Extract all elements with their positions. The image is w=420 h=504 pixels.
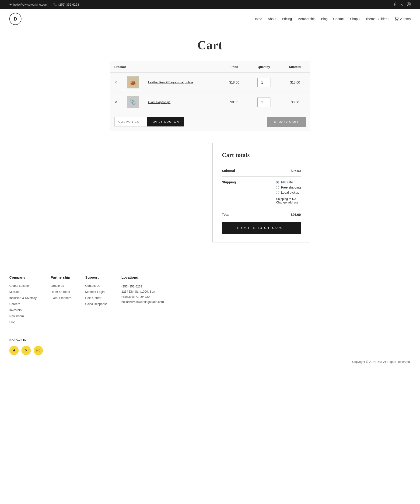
coupon-input[interactable] — [114, 117, 147, 126]
main-nav: Home About Pricing Membership Blog Conta… — [253, 17, 411, 21]
shipping-row: Shipping Flat rate Free shipping Local p… — [222, 177, 301, 208]
price-col-header: Price — [221, 61, 248, 72]
twitter-x-icon-top[interactable]: ✕ — [400, 3, 403, 6]
footer-link-newsroom[interactable]: Newsroom — [9, 314, 24, 318]
cart-actions: APPLY COUPON UPDATE CART — [110, 112, 310, 131]
shop-chevron-icon: ▾ — [359, 18, 360, 20]
subtotal-value: $26.00 — [291, 169, 301, 173]
shipping-label: Shipping — [222, 180, 236, 184]
product-name-cell-1: Leather Pencil Bag – small, white — [144, 72, 221, 92]
email-contact[interactable]: ✉ hello@divicoworking.com — [9, 3, 48, 6]
local-pickup-radio[interactable] — [276, 191, 279, 194]
product-col-header: Product — [110, 61, 221, 72]
footer-link-investors[interactable]: Investors — [9, 308, 22, 312]
phone-icon: 📞 — [53, 3, 57, 6]
cart-table: Product Price Quantity Subtotal ✕ — [110, 61, 310, 112]
svg-point-2 — [409, 3, 410, 4]
footer-link-refer[interactable]: Refer a Friend — [51, 290, 70, 294]
footer-col-company: Company Global Location Mission Inclusio… — [9, 275, 37, 326]
footer-col-partnership: Partnership Landlords Refer a Friend Eve… — [51, 275, 71, 326]
footer-link-landlords[interactable]: Landlords — [51, 284, 64, 288]
nav-theme-builder[interactable]: Theme Builder ▾ — [365, 17, 389, 21]
local-pickup-option[interactable]: Local pickup — [276, 191, 301, 194]
theme-builder-chevron-icon: ▾ — [388, 18, 389, 20]
svg-point-6 — [38, 350, 39, 351]
facebook-icon-top[interactable] — [393, 2, 397, 7]
flat-rate-radio[interactable] — [276, 181, 279, 184]
coupon-area: APPLY COUPON — [114, 117, 184, 126]
instagram-social-button[interactable] — [34, 346, 43, 355]
nav-contact[interactable]: Contact — [333, 17, 344, 21]
remove-item-1-button[interactable]: ✕ — [114, 80, 117, 85]
svg-point-7 — [39, 349, 39, 350]
footer-link-contact-us[interactable]: Contact Us — [85, 284, 100, 288]
local-pickup-label: Local pickup — [281, 191, 299, 194]
nav-home[interactable]: Home — [253, 17, 262, 21]
footer-link-help-center[interactable]: Help Center — [85, 296, 101, 300]
qty-input-2[interactable] — [257, 97, 270, 107]
top-bar-right: ✕ — [393, 2, 411, 7]
flat-rate-label: Flat rate — [281, 180, 293, 184]
footer-link-covid[interactable]: Covid Response — [85, 302, 107, 306]
footer-partnership-heading: Partnership — [51, 275, 71, 279]
cart-icon[interactable]: 2 Items — [394, 17, 411, 21]
footer-link-global-location[interactable]: Global Location — [9, 284, 30, 288]
nav-blog[interactable]: Blog — [321, 17, 328, 21]
total-label: Total — [222, 213, 229, 216]
thumb-cell-2: 📎 — [122, 92, 144, 112]
remove-cell-2: ✕ — [110, 92, 122, 112]
table-row: ✕ 📎 Giant Paperclips $8.00 $8.00 — [110, 92, 310, 112]
qty-col-header: Quantity — [248, 61, 280, 72]
qty-cell-1 — [248, 72, 280, 92]
free-shipping-option[interactable]: Free shipping — [276, 186, 301, 189]
footer-link-member-login[interactable]: Member Login — [85, 290, 105, 294]
qty-input-1[interactable] — [257, 78, 270, 87]
svg-rect-0 — [407, 3, 410, 6]
footer-col-support: Support Contact Us Member Login Help Cen… — [85, 275, 107, 326]
footer-link-mission[interactable]: Mission — [9, 290, 20, 294]
footer: Company Global Location Mission Inclusio… — [0, 261, 420, 371]
change-address-link[interactable]: Change address — [276, 201, 298, 204]
cart-totals-section: Cart totals Subtotal $26.00 Shipping Fla… — [110, 143, 310, 242]
subtotal-col-header: Subtotal — [280, 61, 310, 72]
footer-link-careers[interactable]: Careers — [9, 302, 20, 306]
remove-item-2-button[interactable]: ✕ — [114, 100, 117, 105]
total-value: $26.00 — [291, 213, 301, 216]
svg-point-3 — [396, 20, 396, 21]
footer-bottom: Copyright © 2024 Divi. All Rights Reserv… — [9, 355, 411, 364]
facebook-social-button[interactable] — [9, 346, 19, 355]
price-cell-2: $8.00 — [221, 92, 248, 112]
update-cart-button[interactable]: UPDATE CART — [267, 117, 306, 127]
twitter-x-social-button[interactable]: ✕ — [21, 346, 31, 355]
footer-support-heading: Support — [85, 275, 107, 279]
follow-us-heading: Follow Us — [9, 338, 411, 342]
product-link-1[interactable]: Leather Pencil Bag – small, white — [148, 80, 193, 84]
footer-locations-info: (255) 352-6258 1234 Divi St. #1000, San … — [122, 284, 164, 305]
footer-support-links: Contact Us Member Login Help Center Covi… — [85, 284, 107, 306]
nav-membership[interactable]: Membership — [298, 17, 315, 21]
footer-follow: Follow Us ✕ — [9, 338, 411, 355]
logo[interactable]: D — [9, 13, 21, 25]
cart-totals-box: Cart totals Subtotal $26.00 Shipping Fla… — [212, 143, 310, 242]
nav-about[interactable]: About — [268, 17, 276, 21]
flat-rate-option[interactable]: Flat rate — [276, 180, 301, 184]
nav-pricing[interactable]: Pricing — [282, 17, 292, 21]
footer-company-links: Global Location Mission Inclusion & Dive… — [9, 284, 37, 324]
footer-columns: Company Global Location Mission Inclusio… — [9, 275, 411, 326]
instagram-icon-top[interactable] — [407, 2, 411, 7]
checkout-button[interactable]: PROCEED TO CHECKOUT — [222, 222, 301, 234]
footer-partnership-links: Landlords Refer a Friend Event Planners — [51, 284, 71, 300]
product-link-2[interactable]: Giant Paperclips — [148, 100, 170, 104]
copyright-text: Copyright © 2024 Divi. All Rights Reserv… — [352, 360, 411, 364]
subtotal-label: Subtotal — [222, 169, 235, 173]
nav-shop[interactable]: Shop ▾ — [350, 17, 360, 21]
phone-contact[interactable]: 📞 (255) 352-6258 — [53, 3, 79, 6]
free-shipping-radio[interactable] — [276, 186, 279, 189]
footer-link-event-planners[interactable]: Event Planners — [51, 296, 71, 300]
apply-coupon-button[interactable]: APPLY COUPON — [147, 117, 184, 126]
footer-link-inclusion[interactable]: Inclusion & Diversity — [9, 296, 37, 300]
subtotal-cell-2: $8.00 — [280, 92, 310, 112]
total-row: Total $26.00 — [222, 208, 301, 216]
product-thumb-2: 📎 — [127, 96, 139, 108]
footer-link-blog[interactable]: Blog — [9, 320, 15, 324]
